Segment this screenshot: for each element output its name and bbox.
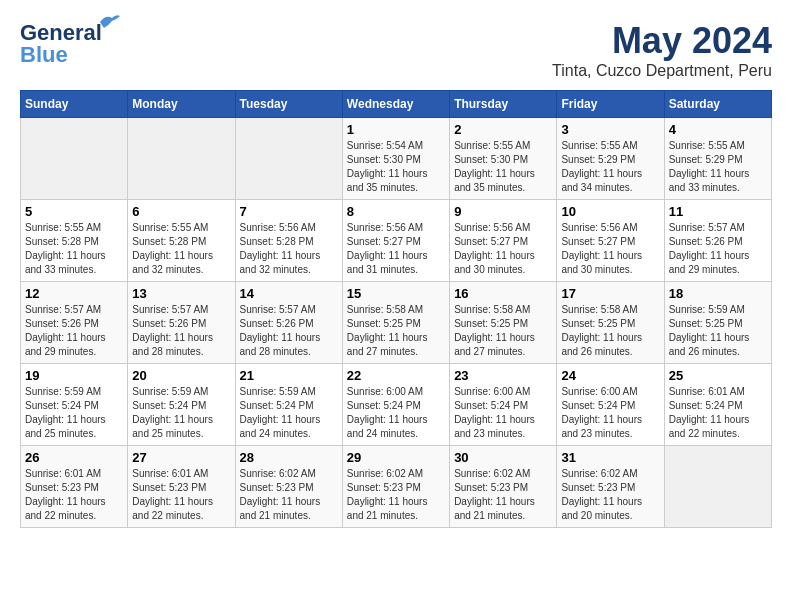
- day-number: 22: [347, 368, 445, 383]
- day-cell: 11Sunrise: 5:57 AM Sunset: 5:26 PM Dayli…: [664, 200, 771, 282]
- day-info: Sunrise: 5:56 AM Sunset: 5:27 PM Dayligh…: [561, 221, 659, 277]
- day-cell: 27Sunrise: 6:01 AM Sunset: 5:23 PM Dayli…: [128, 446, 235, 528]
- main-title: May 2024: [552, 20, 772, 62]
- day-cell: 21Sunrise: 5:59 AM Sunset: 5:24 PM Dayli…: [235, 364, 342, 446]
- day-number: 6: [132, 204, 230, 219]
- day-cell: 28Sunrise: 6:02 AM Sunset: 5:23 PM Dayli…: [235, 446, 342, 528]
- day-info: Sunrise: 5:58 AM Sunset: 5:25 PM Dayligh…: [347, 303, 445, 359]
- day-cell: 23Sunrise: 6:00 AM Sunset: 5:24 PM Dayli…: [450, 364, 557, 446]
- day-number: 1: [347, 122, 445, 137]
- day-cell: 22Sunrise: 6:00 AM Sunset: 5:24 PM Dayli…: [342, 364, 449, 446]
- day-info: Sunrise: 5:57 AM Sunset: 5:26 PM Dayligh…: [669, 221, 767, 277]
- day-number: 27: [132, 450, 230, 465]
- day-cell: 19Sunrise: 5:59 AM Sunset: 5:24 PM Dayli…: [21, 364, 128, 446]
- logo-bird-icon: [98, 12, 120, 30]
- day-info: Sunrise: 5:57 AM Sunset: 5:26 PM Dayligh…: [240, 303, 338, 359]
- day-info: Sunrise: 5:59 AM Sunset: 5:24 PM Dayligh…: [240, 385, 338, 441]
- calendar-body: 1Sunrise: 5:54 AM Sunset: 5:30 PM Daylig…: [21, 118, 772, 528]
- day-number: 16: [454, 286, 552, 301]
- day-number: 28: [240, 450, 338, 465]
- day-info: Sunrise: 5:57 AM Sunset: 5:26 PM Dayligh…: [25, 303, 123, 359]
- day-number: 12: [25, 286, 123, 301]
- day-number: 21: [240, 368, 338, 383]
- day-info: Sunrise: 5:54 AM Sunset: 5:30 PM Dayligh…: [347, 139, 445, 195]
- day-number: 13: [132, 286, 230, 301]
- day-info: Sunrise: 6:00 AM Sunset: 5:24 PM Dayligh…: [347, 385, 445, 441]
- week-row-2: 5Sunrise: 5:55 AM Sunset: 5:28 PM Daylig…: [21, 200, 772, 282]
- day-cell: 6Sunrise: 5:55 AM Sunset: 5:28 PM Daylig…: [128, 200, 235, 282]
- day-number: 7: [240, 204, 338, 219]
- day-number: 5: [25, 204, 123, 219]
- day-cell: [128, 118, 235, 200]
- day-number: 11: [669, 204, 767, 219]
- day-info: Sunrise: 5:55 AM Sunset: 5:29 PM Dayligh…: [561, 139, 659, 195]
- day-number: 20: [132, 368, 230, 383]
- day-cell: 25Sunrise: 6:01 AM Sunset: 5:24 PM Dayli…: [664, 364, 771, 446]
- title-block: May 2024 Tinta, Cuzco Department, Peru: [552, 20, 772, 80]
- day-info: Sunrise: 5:55 AM Sunset: 5:28 PM Dayligh…: [25, 221, 123, 277]
- day-cell: 9Sunrise: 5:56 AM Sunset: 5:27 PM Daylig…: [450, 200, 557, 282]
- day-cell: 31Sunrise: 6:02 AM Sunset: 5:23 PM Dayli…: [557, 446, 664, 528]
- subtitle: Tinta, Cuzco Department, Peru: [552, 62, 772, 80]
- day-cell: 30Sunrise: 6:02 AM Sunset: 5:23 PM Dayli…: [450, 446, 557, 528]
- day-number: 18: [669, 286, 767, 301]
- day-number: 3: [561, 122, 659, 137]
- day-number: 26: [25, 450, 123, 465]
- day-cell: 1Sunrise: 5:54 AM Sunset: 5:30 PM Daylig…: [342, 118, 449, 200]
- day-number: 17: [561, 286, 659, 301]
- week-row-1: 1Sunrise: 5:54 AM Sunset: 5:30 PM Daylig…: [21, 118, 772, 200]
- day-info: Sunrise: 6:02 AM Sunset: 5:23 PM Dayligh…: [454, 467, 552, 523]
- day-number: 31: [561, 450, 659, 465]
- day-number: 29: [347, 450, 445, 465]
- col-header-monday: Monday: [128, 91, 235, 118]
- day-number: 10: [561, 204, 659, 219]
- col-header-friday: Friday: [557, 91, 664, 118]
- day-info: Sunrise: 5:55 AM Sunset: 5:29 PM Dayligh…: [669, 139, 767, 195]
- logo: General Blue: [20, 20, 102, 68]
- day-cell: 7Sunrise: 5:56 AM Sunset: 5:28 PM Daylig…: [235, 200, 342, 282]
- day-info: Sunrise: 6:00 AM Sunset: 5:24 PM Dayligh…: [561, 385, 659, 441]
- day-cell: [235, 118, 342, 200]
- day-cell: 15Sunrise: 5:58 AM Sunset: 5:25 PM Dayli…: [342, 282, 449, 364]
- day-cell: 13Sunrise: 5:57 AM Sunset: 5:26 PM Dayli…: [128, 282, 235, 364]
- day-info: Sunrise: 5:56 AM Sunset: 5:27 PM Dayligh…: [347, 221, 445, 277]
- day-cell: 18Sunrise: 5:59 AM Sunset: 5:25 PM Dayli…: [664, 282, 771, 364]
- calendar-table: SundayMondayTuesdayWednesdayThursdayFrid…: [20, 90, 772, 528]
- day-cell: 24Sunrise: 6:00 AM Sunset: 5:24 PM Dayli…: [557, 364, 664, 446]
- col-header-sunday: Sunday: [21, 91, 128, 118]
- day-info: Sunrise: 5:58 AM Sunset: 5:25 PM Dayligh…: [454, 303, 552, 359]
- day-number: 15: [347, 286, 445, 301]
- week-row-3: 12Sunrise: 5:57 AM Sunset: 5:26 PM Dayli…: [21, 282, 772, 364]
- col-header-thursday: Thursday: [450, 91, 557, 118]
- calendar-header: SundayMondayTuesdayWednesdayThursdayFrid…: [21, 91, 772, 118]
- day-number: 9: [454, 204, 552, 219]
- day-info: Sunrise: 5:55 AM Sunset: 5:30 PM Dayligh…: [454, 139, 552, 195]
- day-cell: 26Sunrise: 6:01 AM Sunset: 5:23 PM Dayli…: [21, 446, 128, 528]
- day-info: Sunrise: 6:00 AM Sunset: 5:24 PM Dayligh…: [454, 385, 552, 441]
- day-info: Sunrise: 6:02 AM Sunset: 5:23 PM Dayligh…: [240, 467, 338, 523]
- day-cell: 16Sunrise: 5:58 AM Sunset: 5:25 PM Dayli…: [450, 282, 557, 364]
- day-number: 8: [347, 204, 445, 219]
- day-info: Sunrise: 5:59 AM Sunset: 5:25 PM Dayligh…: [669, 303, 767, 359]
- week-row-5: 26Sunrise: 6:01 AM Sunset: 5:23 PM Dayli…: [21, 446, 772, 528]
- day-info: Sunrise: 6:01 AM Sunset: 5:24 PM Dayligh…: [669, 385, 767, 441]
- day-cell: [21, 118, 128, 200]
- day-cell: 17Sunrise: 5:58 AM Sunset: 5:25 PM Dayli…: [557, 282, 664, 364]
- day-number: 19: [25, 368, 123, 383]
- day-cell: 5Sunrise: 5:55 AM Sunset: 5:28 PM Daylig…: [21, 200, 128, 282]
- day-number: 23: [454, 368, 552, 383]
- col-header-saturday: Saturday: [664, 91, 771, 118]
- day-number: 24: [561, 368, 659, 383]
- day-number: 2: [454, 122, 552, 137]
- day-info: Sunrise: 6:02 AM Sunset: 5:23 PM Dayligh…: [347, 467, 445, 523]
- day-info: Sunrise: 5:59 AM Sunset: 5:24 PM Dayligh…: [25, 385, 123, 441]
- day-cell: 29Sunrise: 6:02 AM Sunset: 5:23 PM Dayli…: [342, 446, 449, 528]
- day-info: Sunrise: 6:01 AM Sunset: 5:23 PM Dayligh…: [25, 467, 123, 523]
- day-number: 14: [240, 286, 338, 301]
- col-header-tuesday: Tuesday: [235, 91, 342, 118]
- day-info: Sunrise: 5:58 AM Sunset: 5:25 PM Dayligh…: [561, 303, 659, 359]
- day-cell: 8Sunrise: 5:56 AM Sunset: 5:27 PM Daylig…: [342, 200, 449, 282]
- day-cell: 4Sunrise: 5:55 AM Sunset: 5:29 PM Daylig…: [664, 118, 771, 200]
- day-info: Sunrise: 6:01 AM Sunset: 5:23 PM Dayligh…: [132, 467, 230, 523]
- col-header-wednesday: Wednesday: [342, 91, 449, 118]
